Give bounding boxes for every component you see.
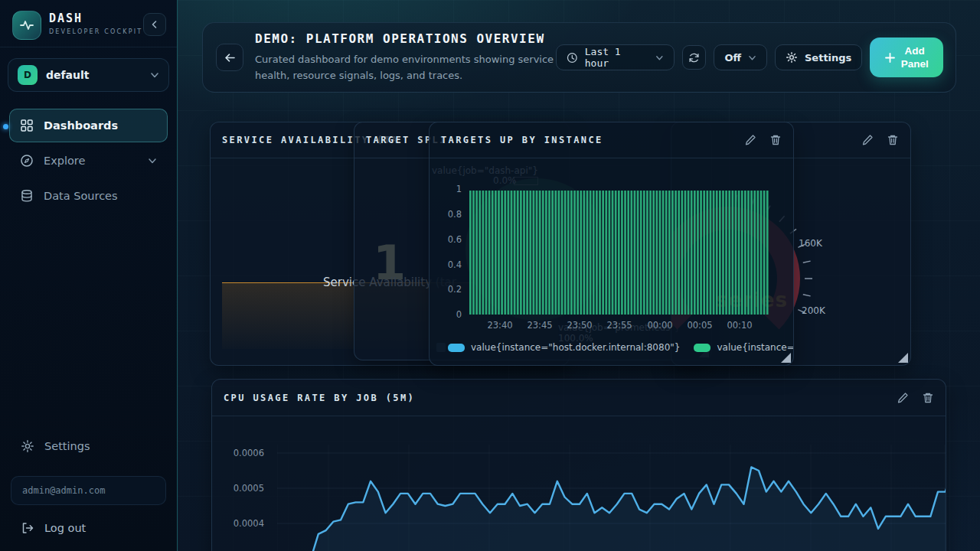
x-tick: 23:50: [567, 320, 592, 331]
legend-swatch-blue: [448, 344, 465, 352]
workspace-selector[interactable]: D default: [8, 58, 169, 92]
dashboard-settings-button[interactable]: Settings: [775, 44, 862, 70]
gauge-tick-160k: 160K: [799, 238, 822, 249]
brand-title: DASH: [49, 11, 142, 25]
sidebar-item-label: Dashboards: [44, 119, 118, 132]
y-tick: 0.0006: [218, 448, 264, 458]
delete-panel-icon[interactable]: [769, 134, 782, 146]
gauge-tick-200k: 200K: [802, 305, 825, 316]
clock-icon: [567, 52, 578, 64]
panel-title: TARGETS UP BY INSTANCE: [441, 135, 603, 145]
chevron-down-icon: [748, 54, 756, 62]
panel-title: CPU USAGE RATE BY JOB (5M): [224, 393, 415, 403]
x-tick: 00:10: [727, 320, 752, 331]
logout-label: Log out: [44, 522, 86, 534]
page-description: Curated dashboard for demo environments …: [255, 51, 556, 83]
sidebar: DASH DEVELOPER COCKPIT D default Dashboa…: [0, 0, 178, 551]
y-tick: 0.2: [448, 284, 462, 295]
y-tick: 0.0005: [218, 483, 264, 494]
sidebar-collapse-button[interactable]: [143, 13, 166, 36]
y-tick: 1: [456, 184, 462, 194]
panel-cpu-usage: CPU USAGE RATE BY JOB (5M) 0.0006 0.0005…: [211, 379, 946, 551]
brand-logo: [12, 11, 41, 40]
x-tick: 00:00: [647, 320, 672, 331]
edit-panel-icon[interactable]: [897, 392, 909, 404]
arrow-left-icon: [224, 51, 237, 64]
workspace-name: default: [46, 69, 90, 81]
x-tick: 23:40: [487, 320, 512, 331]
add-panel-label-1: Add: [905, 45, 925, 57]
database-icon: [20, 189, 34, 203]
legend-label: value{instance="host.docker.internal:808…: [471, 342, 680, 353]
auto-refresh-selector[interactable]: Off: [714, 44, 767, 70]
delete-panel-icon[interactable]: [887, 134, 899, 146]
workspace-avatar: D: [18, 65, 38, 85]
y-tick: 0.4: [448, 259, 462, 270]
refresh-icon: [688, 52, 700, 64]
compass-icon: [20, 154, 34, 168]
y-tick: 0.6: [448, 234, 462, 245]
time-range-value: Last 1 hour: [585, 46, 649, 69]
edit-panel-icon[interactable]: [861, 134, 874, 146]
sidebar-item-data-sources[interactable]: Data Sources: [9, 179, 168, 213]
dashboard-settings-label: Settings: [805, 52, 851, 64]
legend-label: value{instance="localhost:9090"}: [717, 342, 793, 353]
refresh-button[interactable]: [682, 45, 706, 70]
chevron-down-icon: [150, 70, 159, 80]
panel-targets-up: TARGETS UP BY INSTANCE 1 0.8 0.6 0.4 0.2…: [429, 122, 794, 366]
settings-label: Settings: [44, 440, 90, 452]
auto-refresh-value: Off: [724, 52, 741, 64]
x-tick: 23:45: [527, 320, 552, 331]
x-tick: 23:55: [606, 320, 632, 331]
y-tick: 0.0004: [218, 518, 264, 529]
y-tick: 0.8: [448, 209, 462, 220]
panel-resize-handle[interactable]: [898, 353, 908, 363]
back-button[interactable]: [216, 44, 243, 71]
sidebar-item-explore[interactable]: Explore: [9, 144, 168, 178]
legend-swatch-green: [694, 344, 710, 352]
page-title: DEMO: PLATFORM OPERATIONS OVERVIEW: [255, 31, 556, 46]
plus-icon: [885, 53, 895, 63]
edit-panel-icon[interactable]: [744, 134, 756, 146]
user-email-text: admin@admin.com: [22, 485, 105, 496]
bar-chart: [469, 189, 769, 315]
active-indicator-dot: [3, 124, 8, 129]
dashboards-grid-icon: [20, 119, 34, 132]
sidebar-item-label: Explore: [44, 155, 85, 167]
chart-legend: value{instance="host.docker.internal:808…: [448, 342, 793, 353]
chevron-left-icon: [150, 20, 159, 29]
gear-icon: [786, 51, 798, 64]
logout-button[interactable]: Log out: [0, 513, 177, 543]
brand: DASH DEVELOPER COCKPIT: [0, 0, 177, 47]
add-panel-label-2: Panel: [901, 58, 929, 70]
chevron-down-icon: [655, 54, 664, 62]
sidebar-item-dashboards[interactable]: Dashboards: [9, 109, 168, 142]
logout-icon: [21, 521, 34, 535]
sidebar-settings[interactable]: Settings: [0, 431, 177, 461]
delete-panel-icon[interactable]: [922, 392, 934, 404]
gear-icon: [21, 439, 34, 453]
activity-pulse-icon: [19, 18, 34, 33]
sidebar-item-label: Data Sources: [44, 190, 118, 202]
brand-subtitle: DEVELOPER COCKPIT: [49, 28, 142, 35]
y-tick: 0: [456, 309, 462, 320]
user-email: admin@admin.com: [11, 476, 166, 505]
add-panel-button[interactable]: Add Panel: [870, 37, 943, 77]
dashboard-header: DEMO: PLATFORM OPERATIONS OVERVIEW Curat…: [202, 22, 956, 93]
x-tick: 00:05: [687, 320, 712, 331]
panel-resize-handle[interactable]: [781, 353, 791, 363]
line-chart: [277, 437, 946, 551]
chevron-down-icon: [148, 156, 157, 165]
time-range-selector[interactable]: Last 1 hour: [556, 44, 675, 70]
